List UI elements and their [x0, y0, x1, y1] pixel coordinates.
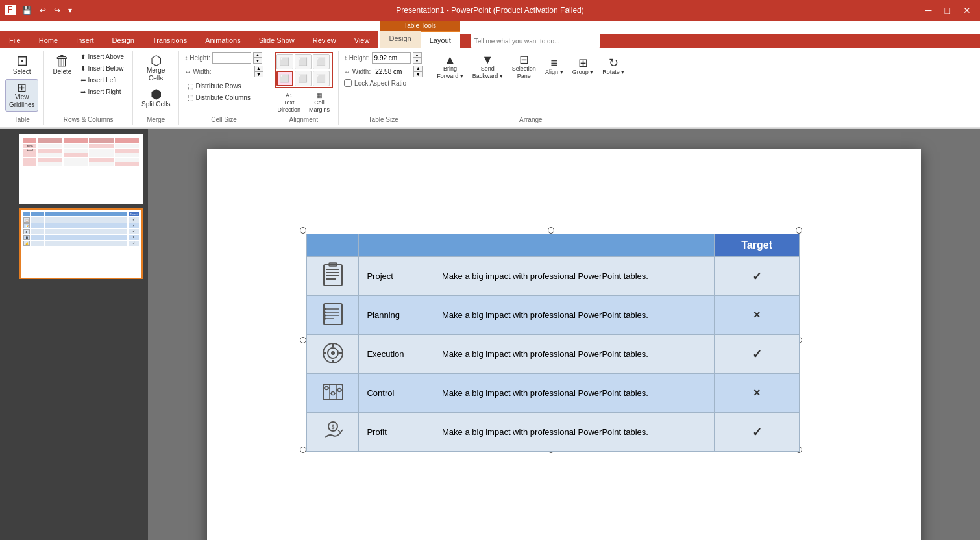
- bring-forward-button[interactable]: ▲ BringForward ▾: [434, 52, 467, 82]
- align-middle-left[interactable]: ⬜: [276, 71, 293, 86]
- distribute-rows-button[interactable]: ⬚ Distribute Rows: [184, 81, 263, 91]
- tab-insert[interactable]: Insert: [67, 31, 103, 48]
- insert-above-button[interactable]: ⬆ Insert Above: [77, 52, 127, 62]
- presentation-table[interactable]: Target: [306, 234, 800, 452]
- table-width-up[interactable]: ▲: [413, 66, 423, 71]
- split-cells-icon: ⬢: [151, 88, 162, 101]
- row3-desc: Make a big impact with professional Powe…: [434, 335, 715, 374]
- tab-transitions[interactable]: Transitions: [143, 31, 196, 48]
- align-middle-center[interactable]: ⬜: [295, 71, 312, 86]
- minimize-btn[interactable]: ─: [922, 4, 936, 17]
- tab-view[interactable]: View: [345, 31, 379, 48]
- slide-2-thumb[interactable]: Target 📋 ✓ 📝 ×: [19, 208, 143, 279]
- table-height-up[interactable]: ▲: [413, 52, 422, 58]
- ribbon-body: ⊡ Select ⊞ ViewGridlines Table 🗑 Delete: [0, 48, 980, 128]
- select-label: Select: [13, 68, 31, 76]
- mini-s2-desc-3: [45, 229, 127, 234]
- row2-icon: [307, 296, 359, 335]
- selection-pane-icon: ⊟: [519, 54, 529, 66]
- tab-slideshow[interactable]: Slide Show: [250, 31, 304, 48]
- width-down[interactable]: ▼: [254, 71, 263, 77]
- save-btn[interactable]: 💾: [19, 5, 34, 16]
- insert-left-button[interactable]: ⬅ Insert Left: [77, 75, 127, 85]
- redo-btn[interactable]: ↪: [51, 5, 63, 16]
- distribute-cols-button[interactable]: ⬚ Distribute Columns: [184, 93, 263, 103]
- tab-table-layout[interactable]: Layout: [421, 31, 460, 48]
- canvas-area: Target: [148, 129, 980, 540]
- group-arrange-label: Arrange: [519, 116, 543, 123]
- row5-name: Profit: [359, 413, 434, 452]
- delete-button[interactable]: 🗑 Delete: [49, 52, 75, 78]
- merge-cells-button[interactable]: ⬡ MergeCells: [138, 52, 173, 84]
- mini-s2-name-3: [31, 229, 44, 234]
- cell-margins-label: CellMargins: [309, 99, 330, 114]
- send-backward-button[interactable]: ▼ SendBackward ▾: [469, 52, 506, 82]
- svg-point-21: [331, 351, 335, 355]
- tab-file[interactable]: File: [0, 31, 30, 48]
- row2-target: ×: [715, 296, 800, 335]
- window-title: Presentation1 - PowerPoint (Product Acti…: [396, 6, 583, 15]
- mini-s2-h3: [45, 212, 127, 216]
- mini-cell-6: [64, 149, 88, 153]
- svg-point-14: [324, 318, 326, 320]
- align-button[interactable]: ≡ Align ▾: [542, 52, 567, 82]
- align-top-right[interactable]: ⬜: [313, 54, 330, 69]
- height-up[interactable]: ▲: [253, 52, 262, 58]
- group-table-size-content: ↕ Height: ▲ ▼ ↔ Width: ▲ ▼: [344, 52, 423, 115]
- insert-btns: ⬆ Insert Above ⬇ Insert Below ⬅ Insert L…: [77, 52, 127, 97]
- tab-table-design[interactable]: Design: [380, 31, 420, 48]
- insert-below-button[interactable]: ⬇ Insert Below: [77, 64, 127, 73]
- bring-forward-icon: ▲: [445, 54, 456, 66]
- merge-btns: ⬡ MergeCells ⬢ Split Cells: [138, 52, 173, 110]
- customize-btn[interactable]: ▾: [66, 5, 75, 16]
- undo-btn[interactable]: ↩: [37, 5, 49, 16]
- row3-check: ✓: [752, 348, 762, 361]
- split-cells-label: Split Cells: [141, 101, 170, 108]
- align-middle-right[interactable]: ⬜: [313, 71, 330, 86]
- selection-pane-button[interactable]: ⊟ SelectionPane: [509, 52, 539, 82]
- select-button[interactable]: ⊡ Select: [5, 52, 38, 78]
- cell-margins-button[interactable]: ▦ CellMargins: [306, 90, 333, 115]
- tab-review[interactable]: Review: [304, 31, 345, 48]
- select-icon: ⊡: [16, 54, 28, 68]
- table-width-input[interactable]: [373, 66, 411, 77]
- height-input[interactable]: [212, 52, 251, 64]
- mini-s2-cross-2: ×: [129, 223, 139, 228]
- maximize-btn[interactable]: □: [941, 4, 954, 17]
- header-col1: [307, 234, 359, 257]
- arrange-btns: ▲ BringForward ▾ ▼ SendBackward ▾ ⊟ Sele…: [434, 52, 628, 82]
- insert-above-icon: ⬆: [80, 53, 86, 60]
- text-direction-button[interactable]: A↕ TextDirection: [275, 90, 304, 115]
- table-height-down[interactable]: ▼: [413, 58, 422, 64]
- search-input[interactable]: [471, 34, 600, 48]
- mini-s2-check-3: ✓: [129, 229, 139, 234]
- row5-target: ✓: [715, 413, 800, 452]
- align-top-center[interactable]: ⬜: [295, 54, 312, 69]
- table-height-input[interactable]: [372, 52, 411, 64]
- tab-home[interactable]: Home: [30, 31, 67, 48]
- tab-design[interactable]: Design: [103, 31, 143, 48]
- width-input[interactable]: [214, 66, 252, 77]
- project-icon-svg: [320, 262, 346, 288]
- gridlines-button[interactable]: ⊞ ViewGridlines: [5, 79, 38, 112]
- alignment-controls: ⬜ ⬜ ⬜ ⬜ ⬜ ⬜ A↕ TextDirection: [275, 52, 334, 115]
- table-size-inputs: ↕ Height: ▲ ▼ ↔ Width: ▲ ▼: [344, 52, 423, 87]
- svg-point-26: [331, 392, 334, 395]
- table-width-down[interactable]: ▼: [413, 71, 423, 77]
- height-down[interactable]: ▼: [253, 58, 262, 64]
- insert-right-button[interactable]: ➡ Insert Right: [77, 87, 127, 97]
- rotate-button[interactable]: ↻ Rotate ▾: [599, 52, 628, 82]
- split-cells-button[interactable]: ⬢ Split Cells: [138, 86, 173, 110]
- lock-ratio-checkbox[interactable]: [344, 79, 352, 87]
- width-up[interactable]: ▲: [254, 66, 263, 71]
- title-bar-left: 🅿 💾 ↩ ↪ ▾: [5, 5, 75, 16]
- title-bar-controls: ─ □ ✕: [922, 4, 975, 17]
- group-button[interactable]: ⊞ Group ▾: [569, 52, 597, 82]
- slide-1-thumb[interactable]: Item1 Item2: [19, 134, 143, 204]
- slide-canvas[interactable]: Target: [207, 149, 921, 540]
- main-area: 1 Item1: [0, 129, 980, 540]
- tab-animations[interactable]: Animations: [196, 31, 249, 48]
- merge-cells-label: MergeCells: [147, 67, 165, 82]
- align-top-left[interactable]: ⬜: [276, 54, 293, 69]
- close-btn[interactable]: ✕: [959, 4, 975, 17]
